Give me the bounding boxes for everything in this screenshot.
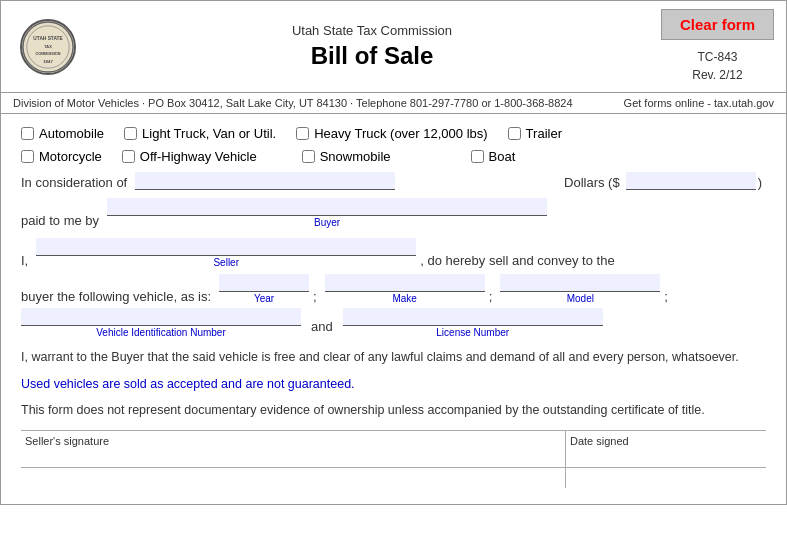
boat-label: Boat [489,149,516,164]
header-center: Utah State Tax Commission Bill of Sale [83,23,661,70]
utah-seal-logo: UTAH STATE TAX COMMISSION 1847 [20,19,76,75]
motorcycle-checkbox[interactable] [21,150,34,163]
vehicle-row: buyer the following vehicle, as is: Year… [21,274,766,304]
year-sub-label: Year [254,293,274,304]
svg-text:TAX: TAX [44,44,52,48]
paid-label: paid to me by [21,213,99,228]
agency-name: Utah State Tax Commission [83,23,661,38]
year-field-group: Year [219,274,309,304]
motorcycle-label: Motorcycle [39,149,102,164]
checkbox-automobile: Automobile [21,126,104,141]
consideration-row: In consideration of Dollars ($ ) [21,172,766,190]
seller-intro-label: I, [21,253,28,268]
automobile-checkbox[interactable] [21,127,34,140]
used-vehicles-paragraph: Used vehicles are sold as accepted and a… [21,377,766,391]
vehicle-type-row2: Motorcycle Off-Highway Vehicle Snowmobil… [21,149,766,164]
checkbox-boat: Boat [471,149,516,164]
model-sub-label: Model [567,293,594,304]
checkbox-snowmobile: Snowmobile [302,149,391,164]
date-signed-col: Date signed [566,431,766,467]
checkbox-offhighway: Off-Highway Vehicle [122,149,257,164]
automobile-label: Automobile [39,126,104,141]
sellers-signature-label: Seller's signature [25,435,109,447]
clear-form-button[interactable]: Clear form [661,9,774,40]
license-sub-label: License Number [436,327,509,338]
offhighway-label: Off-Highway Vehicle [140,149,257,164]
make-sub-label: Make [392,293,416,304]
documentary-paragraph: This form does not represent documentary… [21,401,766,420]
logo-area: UTAH STATE TAX COMMISSION 1847 [13,19,83,75]
vin-row: Vehicle Identification Number and Licens… [21,308,766,338]
svg-text:COMMISSION: COMMISSION [35,51,60,55]
header-right: Clear form TC-843Rev. 2/12 [661,9,774,84]
heavy-truck-label: Heavy Truck (over 12,000 lbs) [314,126,487,141]
offhighway-checkbox[interactable] [122,150,135,163]
license-field-group: License Number [343,308,603,338]
paid-row: paid to me by Buyer [21,198,766,228]
buyer-field-group: Buyer [107,198,547,228]
sellers-signature-col: Seller's signature [21,431,566,467]
warranty-paragraph: I, warrant to the Buyer that the said ve… [21,348,766,367]
dollars-group: Dollars ($ ) [564,172,766,190]
heavy-truck-checkbox[interactable] [296,127,309,140]
form-body: Automobile Light Truck, Van or Util. Hea… [0,114,787,505]
consideration-input[interactable] [135,172,395,190]
buyer-input[interactable] [107,198,547,216]
seller-input[interactable] [36,238,416,256]
year-input[interactable] [219,274,309,292]
consideration-label: In consideration of [21,175,127,190]
checkbox-heavy-truck: Heavy Truck (over 12,000 lbs) [296,126,487,141]
dollars-close: ) [758,175,762,190]
license-input[interactable] [343,308,603,326]
svg-text:UTAH STATE: UTAH STATE [33,36,63,41]
make-field-group: Make [325,274,485,304]
header: UTAH STATE TAX COMMISSION 1847 Utah Stat… [0,0,787,93]
bill-of-sale-title: Bill of Sale [83,42,661,70]
info-bar: Division of Motor Vehicles · PO Box 3041… [0,93,787,114]
and-label: and [311,319,333,334]
make-input[interactable] [325,274,485,292]
boat-checkbox[interactable] [471,150,484,163]
svg-text:1847: 1847 [43,59,53,64]
checkbox-motorcycle: Motorcycle [21,149,102,164]
vin-field-group: Vehicle Identification Number [21,308,301,338]
snowmobile-label: Snowmobile [320,149,391,164]
dollars-label: Dollars ($ [564,175,620,190]
seller-field-group: Seller [36,238,416,268]
snowmobile-checkbox[interactable] [302,150,315,163]
checkbox-light-truck: Light Truck, Van or Util. [124,126,276,141]
checkbox-trailer: Trailer [508,126,562,141]
seller-sub-label: Seller [213,257,239,268]
vehicle-type-row1: Automobile Light Truck, Van or Util. Hea… [21,126,766,141]
buyer-sub-label: Buyer [314,217,340,228]
seller-middle-label: , do hereby sell and convey to the [420,253,614,268]
light-truck-label: Light Truck, Van or Util. [142,126,276,141]
signature-row: Seller's signature Date signed [21,430,766,467]
address-info: Division of Motor Vehicles · PO Box 3041… [13,97,573,109]
buyer-following-label: buyer the following vehicle, as is: [21,289,211,304]
light-truck-checkbox[interactable] [124,127,137,140]
dollars-input[interactable] [626,172,756,190]
form-number: TC-843Rev. 2/12 [692,48,742,84]
seller-row: I, Seller , do hereby sell and convey to… [21,238,766,268]
website-link: Get forms online - tax.utah.gov [624,97,774,109]
trailer-label: Trailer [526,126,562,141]
date-signed-label: Date signed [570,435,629,447]
vin-sub-label: Vehicle Identification Number [96,327,226,338]
model-input[interactable] [500,274,660,292]
model-field-group: Model [500,274,660,304]
trailer-checkbox[interactable] [508,127,521,140]
vin-input[interactable] [21,308,301,326]
